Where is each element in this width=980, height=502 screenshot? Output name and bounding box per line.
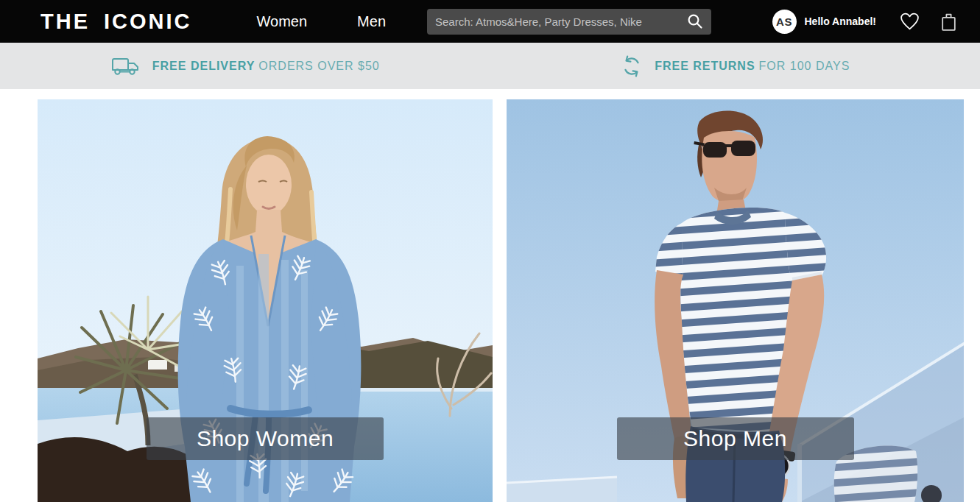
- wishlist-button[interactable]: [900, 13, 920, 31]
- perk-free-delivery-strong: FREE DELIVERY: [152, 60, 255, 72]
- perk-free-returns-rest: FOR 100 DAYS: [759, 60, 850, 72]
- search-input[interactable]: [435, 15, 687, 28]
- perk-free-returns-text: FREE RETURNSFOR 100 DAYS: [655, 60, 850, 73]
- returns-arrows-icon: [620, 54, 644, 78]
- nav-item-women[interactable]: Women: [257, 13, 308, 30]
- delivery-truck-icon: [110, 55, 141, 77]
- top-header: THE ICONIC Women Men AS Hello Annabel!: [0, 0, 980, 43]
- nav-item-men[interactable]: Men: [357, 13, 386, 30]
- user-avatar[interactable]: AS: [772, 10, 797, 34]
- hero-card-women[interactable]: Shop Women: [38, 99, 493, 502]
- shop-women-button[interactable]: Shop Women: [147, 417, 384, 460]
- perk-free-delivery: FREE DELIVERYORDERS OVER $50: [0, 43, 490, 89]
- perk-free-returns: FREE RETURNSFOR 100 DAYS: [490, 43, 980, 89]
- shopping-bag-icon: [940, 12, 958, 32]
- hero-card-men[interactable]: Shop Men: [507, 99, 964, 502]
- cart-button[interactable]: [940, 12, 958, 32]
- perk-free-returns-strong: FREE RETURNS: [655, 60, 755, 72]
- search-submit-button[interactable]: [687, 13, 703, 29]
- search-box[interactable]: [427, 9, 711, 35]
- brand-logo[interactable]: THE ICONIC: [40, 10, 192, 34]
- perk-free-delivery-rest: ORDERS OVER $50: [258, 60, 379, 72]
- perk-free-delivery-text: FREE DELIVERYORDERS OVER $50: [152, 60, 380, 73]
- greeting-text: Hello Annabel!: [805, 15, 877, 27]
- wishlist-heart-icon: [900, 13, 920, 31]
- main-nav: Women Men: [257, 13, 386, 30]
- shop-men-button[interactable]: Shop Men: [617, 417, 854, 460]
- hero-section: Shop Women: [38, 99, 964, 502]
- account-greeting[interactable]: AS Hello Annabel!: [772, 10, 877, 34]
- search-icon: [687, 13, 703, 29]
- perks-bar: FREE DELIVERYORDERS OVER $50 FREE RETURN…: [0, 43, 980, 89]
